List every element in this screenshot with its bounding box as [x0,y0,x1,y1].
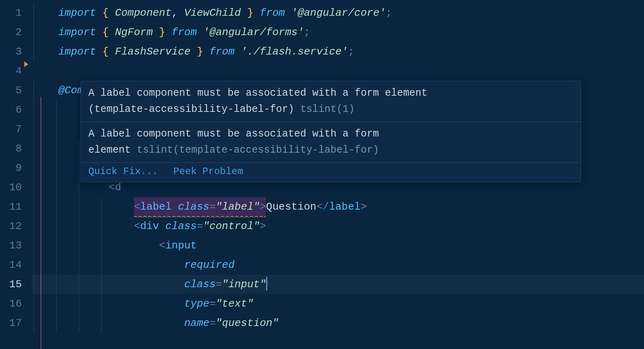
code-line-4[interactable] [31,61,644,81]
code-editor[interactable]: 1 2 3 4 5 6 7 8 9 10 11 12 13 14 15 16 1… [0,0,644,349]
line-number: 13 [0,236,31,255]
line-number: 15 [0,275,31,294]
line-number: 2 [0,23,31,42]
line-number: 12 [0,217,31,236]
code-line-16[interactable]: type="text" [31,294,644,313]
line-number: 1 [0,3,31,23]
line-number: 9 [0,158,31,178]
code-line-13[interactable]: <input [31,236,644,255]
quick-fix-button[interactable]: Quick Fix... [88,166,158,177]
line-number: 17 [0,313,31,333]
line-number: 6 [0,100,31,120]
fold-collapse-icon[interactable] [24,61,28,67]
diagnostic-underline[interactable]: <label class="label"> [134,197,266,217]
line-number: 7 [0,120,31,139]
diagnostic-actions: Quick Fix... Peek Problem [81,162,581,182]
line-number: 3 [0,42,31,61]
code-line-14[interactable]: required [31,255,644,275]
line-number: 16 [0,294,31,313]
line-number: 10 [0,178,31,197]
diagnostic-hover[interactable]: A label component must be associated wit… [81,81,581,182]
line-gutter: 1 2 3 4 5 6 7 8 9 10 11 12 13 14 15 16 1… [0,0,31,349]
code-line-11[interactable]: <label class="label">Question</label> [31,197,644,217]
line-number: 8 [0,139,31,158]
code-line-3[interactable]: import { FlashService } from './flash.se… [31,42,644,61]
text-cursor [266,277,267,290]
code-line-2[interactable]: import { NgForm } from '@angular/forms'; [31,23,644,42]
peek-problem-button[interactable]: Peek Problem [174,166,243,177]
code-line-17[interactable]: name="question" [31,313,644,333]
code-line-12[interactable]: <div class="control"> [31,217,644,236]
code-line-1[interactable]: import { Component, ViewChild } from '@a… [31,3,644,23]
line-number: 14 [0,255,31,275]
diagnostic-message-2: A label component must be associated wit… [81,122,581,162]
line-number: 11 [0,197,31,217]
diagnostic-message-1: A label component must be associated wit… [81,81,581,122]
line-number: 5 [0,81,31,100]
code-line-15[interactable]: class="input" [31,275,644,294]
